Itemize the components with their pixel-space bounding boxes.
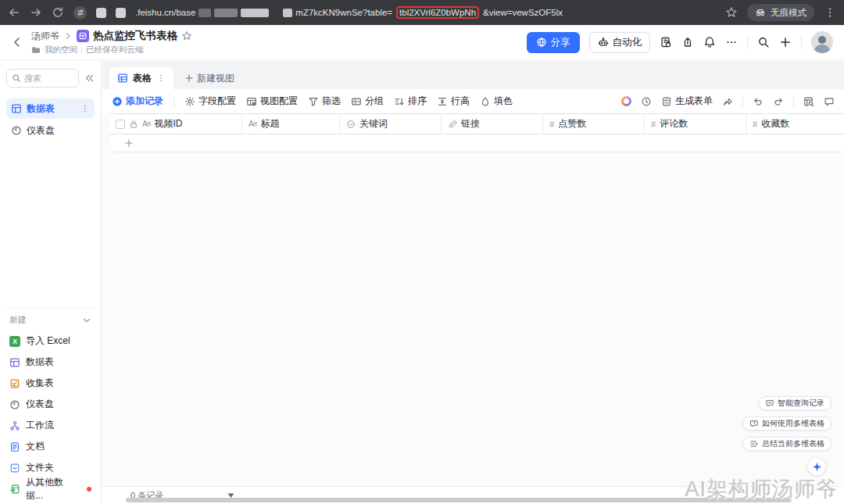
search-icon[interactable] xyxy=(757,36,770,48)
redacted-favicon xyxy=(96,8,106,18)
column-header-comments[interactable]: # 评论数 xyxy=(645,114,746,134)
sidebar-search[interactable] xyxy=(6,69,79,88)
column-header-title[interactable]: A≡ 标题 xyxy=(242,114,340,134)
share-button[interactable]: 分享 xyxy=(527,32,580,53)
new-view-button[interactable]: 新建视图 xyxy=(173,67,245,89)
tab-label: 表格 xyxy=(133,72,152,85)
sidebar-item-dashboard[interactable]: 仪表盘 xyxy=(6,120,95,141)
item-menu-icon[interactable] xyxy=(80,104,90,113)
question-chat-icon xyxy=(749,419,759,428)
column-label: 视频ID xyxy=(155,117,183,130)
select-all-checkbox[interactable] xyxy=(116,120,125,129)
back-button[interactable] xyxy=(11,36,23,48)
chevron-right-icon xyxy=(63,31,73,41)
column-header-row: A≡ 视频ID A≡ 标题 关键词 链接 # 点赞数 xyxy=(109,113,844,134)
create-item-workflow[interactable]: 工作流 xyxy=(6,415,95,436)
suggestion-summarize[interactable]: 总结当前多维表格 xyxy=(742,437,831,451)
browser-refresh-button[interactable] xyxy=(52,6,64,19)
create-item-form[interactable]: 收集表 xyxy=(6,373,95,394)
redo-icon[interactable] xyxy=(773,96,784,107)
url-table-id-highlighted: tbl2XVrl6Z0bWpNh xyxy=(396,6,479,19)
incognito-label: 无痕模式 xyxy=(771,7,806,19)
create-section-title: 新建 xyxy=(9,314,27,326)
ai-assistant-button[interactable] xyxy=(808,458,825,475)
column-header-video-id[interactable]: A≡ 视频ID xyxy=(109,114,242,134)
browser-back-button[interactable] xyxy=(8,6,20,19)
address-bar[interactable]: .feishu.cn/base mZ7kcKN9wnSe?table= tbl2… xyxy=(135,6,716,19)
add-record-button[interactable]: 添加记录 xyxy=(112,95,163,108)
favorite-star-icon[interactable] xyxy=(181,30,192,41)
redacted-url-segment xyxy=(241,9,269,17)
incognito-icon xyxy=(755,7,766,18)
browser-menu-icon[interactable] xyxy=(824,6,836,19)
suggestion-smart-query[interactable]: 智能查询记录 xyxy=(758,396,831,410)
divider xyxy=(173,96,174,107)
sort-icon xyxy=(394,96,405,107)
column-header-likes[interactable]: # 点赞数 xyxy=(543,114,645,134)
chevron-down-icon[interactable] xyxy=(82,316,91,325)
more-options-icon[interactable] xyxy=(725,36,738,48)
create-item-from-other-data[interactable]: 从其他数据... xyxy=(6,478,95,499)
sort-button[interactable]: 排序 xyxy=(394,95,427,108)
redacted-url-segment xyxy=(214,9,238,17)
row-height-button[interactable]: 行高 xyxy=(437,95,470,108)
breadcrumb-root[interactable]: 汤师爷 xyxy=(31,30,59,43)
link-field-icon xyxy=(448,120,457,129)
tab-menu-icon[interactable] xyxy=(156,73,166,83)
comment-icon[interactable] xyxy=(824,96,835,107)
space-label[interactable]: 我的空间 xyxy=(45,45,77,55)
filter-button[interactable]: 筛选 xyxy=(308,95,341,108)
add-new-icon[interactable] xyxy=(779,36,792,48)
dashboard-icon xyxy=(11,125,22,136)
paint-icon xyxy=(480,96,491,107)
generate-form-button[interactable]: 生成表单 xyxy=(661,95,713,108)
browser-forward-button[interactable] xyxy=(30,6,42,19)
fill-color-button[interactable]: 填色 xyxy=(480,95,513,108)
divider xyxy=(742,96,743,107)
collapse-sidebar-icon[interactable] xyxy=(84,73,95,84)
ai-shortcut-icon[interactable] xyxy=(621,96,631,106)
undo-icon[interactable] xyxy=(753,96,764,107)
bookmark-star-icon[interactable] xyxy=(725,6,738,19)
widgets-icon[interactable] xyxy=(681,36,694,48)
column-label: 收藏数 xyxy=(761,117,789,130)
lock-icon xyxy=(129,120,138,129)
divider xyxy=(747,35,748,49)
site-settings-icon[interactable] xyxy=(73,6,87,20)
sidebar-search-input[interactable] xyxy=(24,73,70,83)
group-button[interactable]: 分组 xyxy=(351,95,384,108)
share-label: 分享 xyxy=(551,36,570,49)
filter-label: 筛选 xyxy=(322,95,341,108)
table-icon xyxy=(11,103,22,114)
automation-button[interactable]: 自动化 xyxy=(589,32,651,53)
create-item-import-excel[interactable]: X 导入 Excel xyxy=(6,331,95,352)
notifications-bell-icon[interactable] xyxy=(703,36,716,48)
column-header-link[interactable]: 链接 xyxy=(442,114,543,134)
column-header-favorites[interactable]: # 收藏数 xyxy=(746,114,844,134)
permissions-icon[interactable] xyxy=(660,36,672,48)
column-header-keyword[interactable]: 关键词 xyxy=(340,114,442,134)
share-forward-icon[interactable] xyxy=(722,96,733,107)
plus-icon xyxy=(123,138,134,148)
user-avatar[interactable] xyxy=(811,31,833,53)
suggestion-how-to-use[interactable]: 如何使用多维表格 xyxy=(742,416,831,431)
form-icon xyxy=(9,378,20,389)
column-label: 关键词 xyxy=(359,117,388,130)
search-records-icon[interactable] xyxy=(803,96,814,107)
view-config-icon xyxy=(246,96,257,107)
robot-icon xyxy=(598,37,609,48)
create-item-document[interactable]: 文档 xyxy=(6,436,95,457)
sidebar-item-datasheet[interactable]: 数据表 xyxy=(6,98,95,119)
form-icon xyxy=(661,96,672,107)
create-item-datasheet[interactable]: 数据表 xyxy=(6,352,95,373)
grid-area: A≡ 视频ID A≡ 标题 关键词 链接 # 点赞数 xyxy=(102,113,844,486)
view-config-button[interactable]: 视图配置 xyxy=(246,95,298,108)
bitable-doc-icon xyxy=(77,30,89,42)
field-config-button[interactable]: 字段配置 xyxy=(184,95,236,108)
data-grid: A≡ 视频ID A≡ 标题 关键词 链接 # 点赞数 xyxy=(109,113,844,152)
history-icon[interactable] xyxy=(641,96,652,107)
add-row-button[interactable] xyxy=(109,134,844,152)
watermark: AI架构师汤师爷 xyxy=(685,475,838,503)
create-item-dashboard[interactable]: 仪表盘 xyxy=(6,394,95,415)
tab-grid-view[interactable]: 表格 xyxy=(109,67,173,89)
